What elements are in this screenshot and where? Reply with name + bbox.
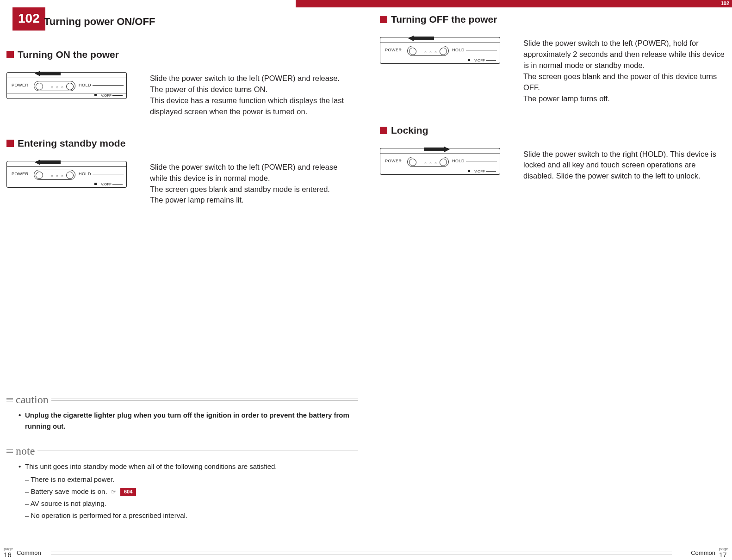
section-title: Entering standby mode xyxy=(18,138,125,149)
label-hold: HOLD xyxy=(452,159,465,163)
label-hold: HOLD xyxy=(79,83,91,87)
reference-icon: ☞ xyxy=(111,488,117,495)
header-page-number: 102 xyxy=(721,0,729,6)
section-marker-icon xyxy=(380,16,387,23)
rule-icon xyxy=(6,449,13,453)
note-sub-item: – There is no external power. xyxy=(19,474,358,485)
note-header: note xyxy=(6,445,358,457)
right-column: Turning OFF the power POWER ○ ○ ○ HOLD xyxy=(380,37,726,226)
section-title: Locking xyxy=(391,125,428,136)
rule-icon xyxy=(6,398,13,401)
label-power: POWER xyxy=(385,159,402,163)
section-description: Slide the power switch to the left (POWE… xyxy=(523,34,726,105)
rule-line xyxy=(37,450,358,452)
content-columns: Turning ON the power POWER ○ ○ ○ HOLD xyxy=(6,37,726,226)
note-sub-text: – Battery save mode is on. xyxy=(25,487,107,495)
page-number-badge: 102 xyxy=(12,7,45,31)
header-accent-bar: 102 xyxy=(296,0,732,7)
note-label: note xyxy=(16,445,35,457)
power-switch-illustration: POWER ○ ○ ○ HOLD V.OFF xyxy=(6,69,136,111)
caution-item: Unplug the cigarette lighter plug when y… xyxy=(19,410,358,432)
page-number-right: 17 xyxy=(719,551,728,558)
note-sub-item: – No operation is performed for a prescr… xyxy=(19,510,358,521)
label-voff: V.OFF xyxy=(474,58,485,62)
label-power: POWER xyxy=(385,48,402,52)
power-switch-illustration: POWER ○ ○ ○ HOLD V.OFF xyxy=(380,145,509,187)
power-switch-illustration: POWER ○ ○ ○ HOLD V.OFF xyxy=(380,34,509,76)
label-hold: HOLD xyxy=(452,48,465,52)
footer-rule xyxy=(51,552,672,554)
reference-badge: 604 xyxy=(120,488,136,496)
label-voff: V.OFF xyxy=(474,169,485,173)
footer-left: page 16 Common xyxy=(4,547,41,558)
section-marker-icon xyxy=(6,51,14,58)
section-description: Slide the power switch to the left (POWE… xyxy=(150,158,352,206)
section-description: Slide the power switch to the right (HOL… xyxy=(523,145,726,182)
label-power: POWER xyxy=(12,83,29,87)
caution-body: Unplug the cigarette lighter plug when y… xyxy=(6,410,358,432)
label-voff: V.OFF xyxy=(101,93,112,98)
power-switch-illustration: POWER ○ ○ ○ HOLD V.OFF xyxy=(6,158,136,200)
section-marker-icon xyxy=(380,127,387,134)
label-hold: HOLD xyxy=(79,172,91,176)
section-standby: Entering standby mode POWER ○ ○ ○ HOLD xyxy=(6,138,352,206)
page-title: Turning power ON/OFF xyxy=(44,16,155,28)
label-power: POWER xyxy=(12,172,29,176)
footer-section: Common xyxy=(691,549,715,556)
note-intro: This unit goes into standby mode when al… xyxy=(19,461,358,472)
caution-header: caution xyxy=(6,394,358,406)
section-description: Slide the power switch to the left (POWE… xyxy=(150,69,352,117)
footer-right: Common page 17 xyxy=(691,547,728,558)
page-number-left: 16 xyxy=(4,551,13,558)
footer-section: Common xyxy=(17,549,41,556)
note-sub-item: – Battery save mode is on. ☞ 604 xyxy=(19,486,358,497)
note-body: This unit goes into standby mode when al… xyxy=(6,461,358,521)
section-title: Turning ON the power xyxy=(18,49,119,60)
left-column: Turning ON the power POWER ○ ○ ○ HOLD xyxy=(6,37,352,226)
page-footer: page 16 Common Common page 17 xyxy=(0,545,732,558)
section-title: Turning OFF the power xyxy=(391,14,497,25)
note-sub-item: – AV source is not playing. xyxy=(19,498,358,509)
label-voff: V.OFF xyxy=(101,182,112,186)
section-turning-on: Turning ON the power POWER ○ ○ ○ HOLD xyxy=(6,49,352,117)
caution-label: caution xyxy=(16,394,49,406)
section-turning-off: Turning OFF the power POWER ○ ○ ○ HOLD xyxy=(380,14,726,105)
rule-line xyxy=(51,399,358,401)
section-locking: Locking POWER ○ ○ ○ HOLD xyxy=(380,125,726,187)
section-marker-icon xyxy=(6,140,14,147)
callouts-block: caution Unplug the cigarette lighter plu… xyxy=(6,394,358,534)
